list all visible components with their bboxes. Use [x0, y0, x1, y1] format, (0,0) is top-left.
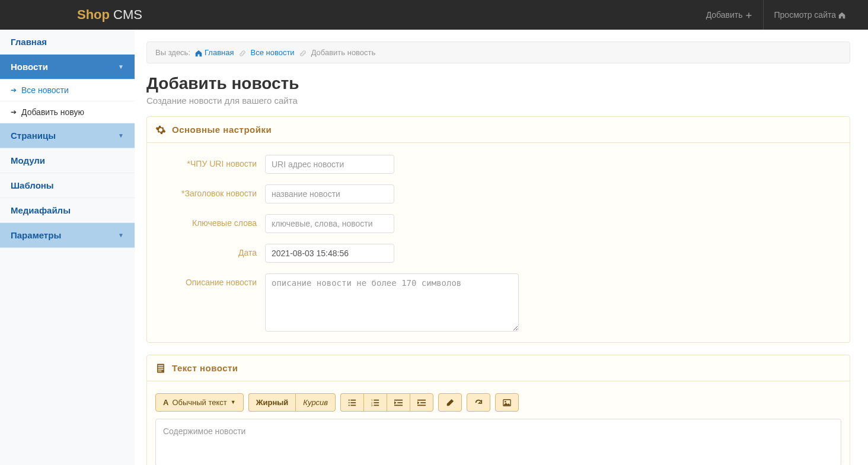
page-subtitle: Создание новости для вашего сайта: [146, 95, 850, 106]
sidebar-item-label: Параметры: [11, 230, 61, 240]
redo-icon: [474, 398, 483, 407]
link-icon: [239, 48, 246, 57]
svg-rect-19: [394, 405, 403, 406]
indent-button[interactable]: [410, 393, 433, 412]
panel-header: Текст новости: [147, 355, 850, 381]
arrow-right-icon: ➔: [11, 108, 17, 116]
style-label: Обычный текст: [172, 399, 226, 406]
plus-icon: [745, 0, 752, 30]
subnav-label: Добавить новую: [21, 107, 84, 117]
gear-icon: [155, 124, 166, 135]
image-button[interactable]: [495, 393, 519, 412]
home-icon: [838, 0, 845, 30]
date-label: Дата: [155, 244, 265, 257]
bold-button[interactable]: Жирный: [248, 393, 296, 412]
breadcrumb-current: Добавить новость: [311, 48, 376, 57]
chevron-down-icon: ▼: [118, 232, 124, 238]
outdent-icon: [394, 398, 403, 407]
svg-point-5: [349, 399, 350, 400]
svg-rect-17: [394, 399, 403, 400]
list-ol-button[interactable]: 123: [363, 393, 387, 412]
svg-text:3: 3: [371, 404, 373, 407]
svg-point-7: [349, 402, 350, 403]
chevron-down-icon: ▼: [118, 63, 124, 70]
svg-point-24: [505, 401, 506, 403]
add-button-label: Добавить: [706, 0, 743, 30]
subnav-all-news[interactable]: ➔ Все новости: [0, 79, 135, 101]
pencil-icon: [446, 398, 454, 407]
image-icon: [503, 398, 511, 407]
content-area: Вы здесь: Главная Все новости Добавить н…: [135, 30, 868, 465]
panel-main-settings: Основные настройки *ЧПУ URI новости *Заг…: [146, 116, 850, 343]
view-site-label: Просмотр сайта: [774, 0, 836, 30]
keywords-label: Ключевые слова: [155, 214, 265, 228]
svg-rect-22: [417, 405, 426, 406]
view-site-button[interactable]: Просмотр сайта: [763, 0, 856, 30]
breadcrumb-label: Главная: [205, 48, 234, 57]
sidebar-item-home[interactable]: Главная: [0, 30, 135, 55]
logo-shop: Shop: [77, 7, 110, 22]
svg-rect-20: [417, 399, 426, 400]
breadcrumb-prefix: Вы здесь:: [155, 48, 190, 57]
uri-label: *ЧПУ URI новости: [155, 155, 265, 168]
chevron-down-icon: ▼: [231, 400, 236, 405]
italic-button[interactable]: Курсив: [295, 393, 336, 412]
svg-rect-10: [351, 405, 356, 406]
home-icon: [195, 48, 202, 57]
sidebar-item-media[interactable]: Медиафайлы: [0, 198, 135, 223]
app-logo[interactable]: Shop CMS: [77, 7, 142, 23]
list-ul-button[interactable]: [340, 393, 363, 412]
top-actions: Добавить Просмотр сайта: [695, 0, 856, 30]
style-dropdown[interactable]: A Обычный текст ▼: [155, 393, 244, 412]
logo-cms: CMS: [110, 7, 142, 22]
sidebar-item-news[interactable]: Новости ▼: [0, 55, 135, 79]
svg-rect-14: [374, 402, 379, 403]
chevron-down-icon: ▼: [118, 132, 124, 139]
subnav-label: Все новости: [21, 85, 69, 95]
edit-button[interactable]: [438, 393, 462, 412]
svg-point-9: [349, 405, 350, 406]
sidebar-item-label: Медиафайлы: [11, 205, 71, 215]
svg-rect-2: [158, 367, 164, 368]
sidebar-subnav: ➔ Все новости ➔ Добавить новую: [0, 79, 135, 123]
sidebar-item-modules[interactable]: Модули: [0, 148, 135, 173]
panel-body: *ЧПУ URI новости *Заголовок новости Ключ…: [147, 143, 850, 342]
outdent-button[interactable]: [387, 393, 410, 412]
panel-news-text: Текст новости A Обычный текст ▼ Жирный К…: [146, 355, 850, 465]
panel-title: Основные настройки: [172, 125, 272, 135]
svg-rect-18: [397, 402, 403, 403]
list-ul-icon: [348, 398, 356, 407]
content-editor[interactable]: Содержимое новости: [155, 419, 841, 465]
svg-rect-1: [158, 365, 164, 367]
add-button[interactable]: Добавить: [695, 0, 763, 30]
document-icon: [155, 362, 166, 374]
arrow-right-icon: ➔: [11, 86, 17, 94]
subnav-add-new[interactable]: ➔ Добавить новую: [0, 101, 135, 123]
uri-input[interactable]: [265, 155, 394, 174]
desc-label: Описание новости: [155, 273, 265, 287]
sidebar-item-templates[interactable]: Шаблоны: [0, 173, 135, 198]
date-input[interactable]: [265, 244, 394, 263]
sidebar-item-pages[interactable]: Страницы ▼: [0, 123, 135, 148]
sidebar-item-params[interactable]: Параметры ▼: [0, 223, 135, 248]
keywords-input[interactable]: [265, 214, 394, 233]
svg-rect-16: [374, 405, 379, 406]
top-header: Shop CMS Добавить Просмотр сайта: [0, 0, 868, 30]
desc-textarea[interactable]: [265, 273, 519, 332]
svg-rect-4: [158, 371, 162, 372]
redo-button[interactable]: [467, 393, 490, 412]
title-input[interactable]: [265, 184, 394, 203]
breadcrumb-all-news[interactable]: Все новости: [251, 48, 295, 57]
svg-rect-3: [158, 369, 164, 370]
editor-toolbar: A Обычный текст ▼ Жирный Курсив: [155, 393, 841, 412]
sidebar-item-label: Модули: [11, 155, 45, 165]
sidebar-item-label: Новости: [11, 62, 48, 72]
panel-body: A Обычный текст ▼ Жирный Курсив: [147, 381, 850, 465]
breadcrumb-home[interactable]: Главная: [195, 48, 234, 57]
sidebar-item-label: Шаблоны: [11, 180, 54, 190]
sidebar: Главная Новости ▼ ➔ Все новости ➔ Добави…: [0, 30, 135, 465]
svg-rect-21: [420, 402, 426, 403]
title-label: *Заголовок новости: [155, 184, 265, 198]
sidebar-item-label: Главная: [11, 37, 47, 47]
breadcrumb: Вы здесь: Главная Все новости Добавить н…: [146, 42, 850, 63]
